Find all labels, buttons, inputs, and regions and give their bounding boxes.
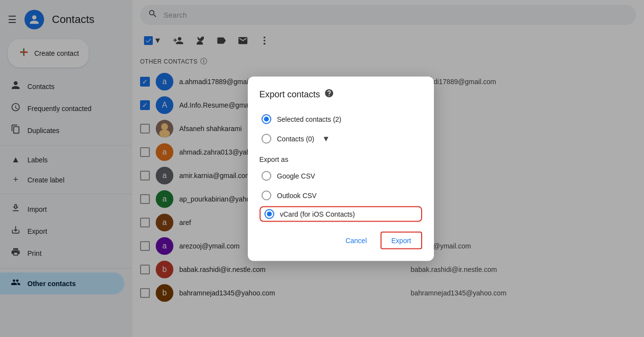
help-icon[interactable] xyxy=(324,88,334,100)
google-csv-label: Google CSV xyxy=(277,172,315,180)
contacts-group-label: Contacts (0) xyxy=(277,135,314,142)
google-csv-option[interactable]: Google CSV xyxy=(260,167,422,184)
radio-outer xyxy=(262,114,271,124)
vcard-option[interactable]: vCard (for iOS Contacts) xyxy=(260,206,422,222)
selected-contacts-option[interactable]: Selected contacts (2) xyxy=(260,110,422,128)
export-as-label: Export as xyxy=(260,155,422,163)
outlook-csv-label: Outlook CSV xyxy=(277,191,317,199)
radio-inner xyxy=(264,116,269,121)
dialog-actions: Cancel Export xyxy=(260,231,422,249)
selected-contacts-label: Selected contacts (2) xyxy=(277,115,342,123)
outlook-csv-radio xyxy=(262,190,271,200)
outlook-csv-option[interactable]: Outlook CSV xyxy=(260,186,422,204)
vcard-radio-inner xyxy=(267,211,272,216)
contacts-dropdown[interactable]: ▼ xyxy=(322,134,330,143)
vcard-label: vCard (for iOS Contacts) xyxy=(280,210,355,218)
export-dialog: Export contacts Selected contacts (2) Co… xyxy=(248,76,434,261)
vcard-radio xyxy=(264,209,274,219)
export-button[interactable]: Export xyxy=(381,231,422,249)
export-format-group: Google CSV Outlook CSV vCard (for iOS Co… xyxy=(260,167,422,222)
google-csv-radio xyxy=(262,171,271,180)
dialog-title-text: Export contacts xyxy=(260,89,320,99)
dialog-title: Export contacts xyxy=(260,88,422,100)
radio-outer-2 xyxy=(262,134,271,143)
dropdown-arrow-icon: ▼ xyxy=(322,134,330,143)
cancel-button[interactable]: Cancel xyxy=(335,231,377,249)
contacts-group-option[interactable]: Contacts (0) ▼ xyxy=(260,130,422,147)
export-target-group: Selected contacts (2) Contacts (0) ▼ xyxy=(260,110,422,147)
